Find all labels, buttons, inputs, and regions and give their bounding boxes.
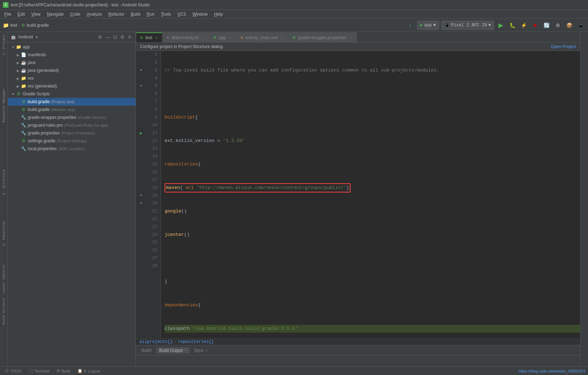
tab-test-gradle[interactable]: ⚙ test ✕ (136, 32, 162, 42)
bottom-tab-build-output[interactable]: Build Output ✕ (156, 347, 190, 354)
tree-item-build-gradle-app[interactable]: ▶ ⚙ build.gradle (Module: app) (8, 106, 135, 113)
tab-close-test[interactable]: ✕ (154, 36, 159, 40)
run-gutter-icon[interactable]: ▶ (140, 131, 142, 136)
project-panel: 🤖 Android ▼ ⚙ — ⊡ ⚙ ✕ ▼ 📁 app (8, 32, 136, 366)
sidebar-tab-project[interactable]: 1: Project (1, 32, 7, 58)
tree-arrow-res: ▶ (16, 76, 21, 80)
status-bar: ☑ TODO ⬛ Terminal ⚙ Build 📋 6: Logcat ht… (0, 366, 588, 375)
menu-view[interactable]: View (28, 11, 43, 17)
status-url: https://blog.csdn.net/weixin_43850253 (519, 369, 585, 373)
project-panel-header: 🤖 Android ▼ ⚙ — ⊡ ⚙ ✕ (8, 32, 135, 42)
tab-mainactivity[interactable]: K MainActivity.kt ✕ (163, 32, 209, 42)
menu-help[interactable]: Help (211, 11, 226, 17)
panel-close-btn[interactable]: — (105, 33, 111, 41)
sidebar-tab-favorites[interactable]: 2: Favorites (1, 218, 7, 248)
bottom-tab-build[interactable]: Build: (139, 347, 155, 354)
sync-close[interactable]: ✕ (205, 348, 208, 352)
sidebar-tab-resource[interactable]: Resource Manager (1, 86, 7, 125)
breadcrumb-repositories[interactable]: repositories{} (178, 339, 214, 344)
sidebar-tab-captures[interactable]: Layout Captures (1, 263, 6, 296)
run-button[interactable]: ▶ (496, 21, 506, 30)
tree-item-manifests[interactable]: ▶ 📄 manifests (8, 51, 135, 59)
fold-arrow-19: ▼ (140, 194, 142, 197)
tree-item-app[interactable]: ▼ 📁 app (8, 43, 135, 51)
tree-item-settings-gradle[interactable]: ▶ ⚙ settings.gradle (Project Settings) (8, 137, 135, 145)
sync-icon[interactable]: ↕ (406, 21, 415, 30)
panel-settings-btn[interactable]: ⚙ (119, 33, 125, 41)
breadcrumb-allprojects[interactable]: allprojects{} (139, 339, 173, 344)
bottom-panel: Build: Build Output ✕ Sync ✕ (136, 345, 580, 366)
tree-item-gradle-wrapper[interactable]: ▶ 🔧 gradle-wrapper.properties (Gradle Ve… (8, 113, 135, 121)
debug-button[interactable]: 🐛 (508, 21, 517, 30)
avd-manager-button[interactable]: 📱 (576, 21, 585, 30)
menu-code[interactable]: Code (67, 11, 83, 17)
code-line-9 (165, 254, 580, 262)
bottom-tab-sync[interactable]: Sync ✕ (191, 347, 211, 354)
device-dropdown-icon: ▼ (488, 23, 491, 28)
tree-item-local-props[interactable]: ▶ 🔧 local.properties (SDK Location) (8, 145, 135, 153)
window-title: test [D:\otherAPPCache\android-studio-pr… (11, 2, 150, 7)
tab-close-xml[interactable]: ✕ (280, 35, 284, 40)
prop-file-icon-3: 🔧 (21, 130, 26, 136)
tab-close-wrapper[interactable]: ✕ (349, 35, 353, 40)
profile-button[interactable]: ⚡ (519, 21, 528, 30)
tab-activity-xml[interactable]: X activity_main.xml ✕ (237, 32, 288, 42)
build-output-close[interactable]: ✕ (184, 348, 187, 352)
menu-vcs[interactable]: VCS (175, 11, 189, 17)
stop-button[interactable]: ■ (530, 21, 540, 30)
device-selector[interactable]: 📱 Pixel 2 API 29 ▼ (441, 21, 494, 30)
tree-view: ▼ 📁 app ▶ 📄 manifests ▶ ☕ java ▶ (8, 42, 135, 366)
run-config-selector[interactable]: ▶ app ▼ (417, 21, 439, 30)
tree-item-gradle-props[interactable]: ▶ 🔧 gradle.properties (Project Propertie… (8, 129, 135, 137)
logcat-btn[interactable]: 📋 6: Logcat (75, 368, 102, 374)
tab-xml-icon: X (241, 36, 243, 40)
panel-gear-btn[interactable]: ⚙ (97, 33, 103, 41)
code-editor[interactable]: ▼ ▼ ▶ (136, 51, 580, 338)
tree-item-proguard[interactable]: ▶ 🔧 proguard-rules.pro (ProGuard Rules f… (8, 121, 135, 129)
breadcrumb-project: test (10, 23, 17, 28)
code-line-3: buildscript { (165, 113, 580, 121)
open-project-link[interactable]: Open Project (551, 44, 576, 49)
tree-item-build-gradle-project[interactable]: ▶ ⚙ build.gradle (Project: test) (8, 98, 135, 106)
notification-bar: Configure project in Project Structure d… (136, 43, 580, 51)
tab-gradle-wrapper[interactable]: ⚙ gradle-wrapper.properties ✕ (288, 32, 357, 42)
sidebar-tab-build-variants[interactable]: Build Variants (1, 296, 6, 327)
code-line-11: dependencies { (165, 301, 580, 309)
panel-maximize-btn[interactable]: ⊡ (112, 33, 118, 41)
terminal-label: Terminal (35, 369, 50, 373)
panel-title: Android (18, 35, 33, 39)
build-output-label: Build Output (159, 348, 183, 353)
menu-edit[interactable]: Edit (15, 11, 28, 17)
settings-button[interactable]: ⚙ (553, 21, 562, 30)
sidebar-tab-structure[interactable]: 2: Structure (1, 167, 7, 197)
tree-item-java-gen[interactable]: ▶ ☕ java (generated) (8, 67, 135, 74)
build-btn[interactable]: ⚙ Build (54, 368, 72, 374)
menu-bar: File Edit View Navigate Code Analyze Ref… (0, 10, 588, 19)
menu-analyze[interactable]: Analyze (84, 11, 105, 17)
terminal-btn[interactable]: ⬛ Terminal (26, 368, 52, 374)
tree-item-res-gen[interactable]: ▶ 📁 res (generated) (8, 82, 135, 90)
panel-dropdown-icon[interactable]: ▼ (35, 35, 38, 39)
tree-item-gradle-scripts[interactable]: ▼ ⚙ Gradle Scripts (8, 90, 135, 98)
menu-navigate[interactable]: Navigate (44, 11, 66, 17)
tree-arrow-manifests: ▶ (16, 53, 21, 57)
menu-run[interactable]: Run (144, 11, 157, 17)
menu-build[interactable]: Build (128, 11, 143, 17)
tree-item-java[interactable]: ▶ ☕ java (8, 59, 135, 67)
sdk-manager-button[interactable]: 📦 (565, 21, 574, 30)
menu-file[interactable]: File (1, 11, 14, 17)
sync-project-button[interactable]: 🔄 (542, 21, 551, 30)
prop-file-icon-2: 🔧 (21, 122, 26, 128)
panel-minimize-btn[interactable]: ✕ (127, 33, 133, 41)
todo-btn[interactable]: ☑ TODO (3, 368, 23, 374)
toolbar-breadcrumb: 📁 test › ⚙ build.gradle (3, 22, 49, 28)
menu-refactor[interactable]: Refactor (106, 11, 127, 17)
menu-window[interactable]: Window (189, 11, 210, 17)
tab-app-gradle[interactable]: ⚙ app ✕ (209, 32, 236, 42)
code-content[interactable]: // Top-level build file where you can ad… (161, 51, 580, 338)
bottom-tabs: Build: Build Output ✕ Sync ✕ (136, 345, 580, 355)
tab-close-main[interactable]: ✕ (201, 35, 205, 40)
tree-item-res[interactable]: ▶ 📁 res (8, 74, 135, 82)
tab-close-app[interactable]: ✕ (228, 35, 232, 40)
menu-tools[interactable]: Tools (158, 11, 174, 17)
